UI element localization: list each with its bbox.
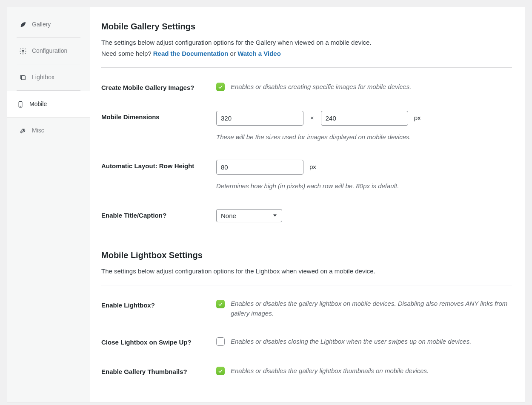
field-help: Determines how high (in pixels) each row… — [216, 181, 512, 191]
checkbox-enable-thumbnails[interactable] — [216, 367, 225, 375]
wrench-icon — [19, 127, 27, 135]
row-mobile-dimensions: Mobile Dimensions × px These will be the… — [101, 111, 512, 142]
row-close-swipe-up: Close Lightbox on Swipe Up? Enables or d… — [101, 336, 512, 348]
divider — [101, 67, 512, 68]
sidebar-item-gallery[interactable]: Gallery — [10, 11, 87, 37]
sidebar: Gallery Configuration Lightbox Mobile Mi… — [7, 7, 90, 402]
check-icon — [217, 301, 223, 307]
sidebar-item-misc[interactable]: Misc — [10, 118, 87, 144]
sidebar-item-label: Gallery — [32, 20, 51, 29]
sidebar-item-configuration[interactable]: Configuration — [10, 38, 87, 64]
field-label: Enable Gallery Thumbnails? — [101, 365, 216, 377]
field-label: Enable Lightbox? — [101, 299, 216, 318]
layers-icon — [19, 74, 27, 81]
field-label: Enable Title/Caption? — [101, 209, 216, 222]
sidebar-item-label: Lightbox — [32, 73, 54, 82]
row-create-mobile-images: Create Mobile Gallery Images? Enables or… — [101, 81, 512, 93]
field-desc: Enables or disables the gallery lightbox… — [231, 366, 429, 376]
field-label: Close Lightbox on Swipe Up? — [101, 336, 216, 348]
unit-label: px — [414, 113, 421, 123]
field-label: Create Mobile Gallery Images? — [101, 81, 216, 93]
divider — [101, 285, 512, 285]
checkbox-create-mobile-images[interactable] — [216, 83, 225, 91]
field-desc: Enables or disables the gallery lightbox… — [231, 299, 512, 318]
section-title: Mobile Lightbox Settings — [101, 249, 512, 261]
section-intro: The settings below adjust configuration … — [101, 266, 512, 277]
input-row-height[interactable] — [216, 160, 303, 175]
unit-label: px — [309, 162, 316, 172]
dimension-separator: × — [309, 113, 315, 123]
checkbox-enable-lightbox[interactable] — [216, 300, 225, 308]
section-title: Mobile Gallery Settings — [101, 20, 512, 33]
row-enable-lightbox: Enable Lightbox? Enables or disables the… — [101, 299, 512, 318]
sidebar-item-label: Mobile — [29, 100, 47, 109]
row-row-height: Automatic Layout: Row Height px Determin… — [101, 160, 512, 191]
select-title-caption[interactable]: None — [216, 209, 282, 222]
check-icon — [217, 368, 223, 374]
field-label: Mobile Dimensions — [101, 111, 216, 142]
section-intro: The settings below adjust configuration … — [101, 37, 512, 59]
input-mobile-width[interactable] — [216, 111, 303, 126]
check-icon — [217, 84, 223, 90]
sidebar-item-lightbox[interactable]: Lightbox — [10, 64, 87, 90]
link-read-docs[interactable]: Read the Documentation — [153, 50, 229, 57]
link-watch-video[interactable]: Watch a Video — [237, 50, 281, 57]
sidebar-item-mobile[interactable]: Mobile — [7, 91, 90, 118]
field-label: Automatic Layout: Row Height — [101, 160, 216, 191]
field-help: These will be the sizes used for images … — [216, 132, 512, 142]
input-mobile-height[interactable] — [321, 111, 408, 126]
row-enable-thumbnails: Enable Gallery Thumbnails? Enables or di… — [101, 365, 512, 377]
field-desc: Enables or disables closing the Lightbox… — [231, 337, 471, 347]
row-title-caption: Enable Title/Caption? None — [101, 209, 512, 222]
checkbox-close-swipe-up[interactable] — [216, 337, 225, 346]
sidebar-item-label: Misc — [32, 126, 44, 135]
svg-rect-1 — [21, 76, 25, 80]
leaf-icon — [19, 21, 27, 29]
content: Mobile Gallery Settings The settings bel… — [90, 7, 525, 402]
mobile-icon — [17, 101, 24, 108]
gear-icon — [19, 47, 27, 55]
svg-point-0 — [22, 50, 24, 52]
sidebar-item-label: Configuration — [32, 46, 67, 55]
field-desc: Enables or disables creating specific im… — [231, 82, 411, 92]
